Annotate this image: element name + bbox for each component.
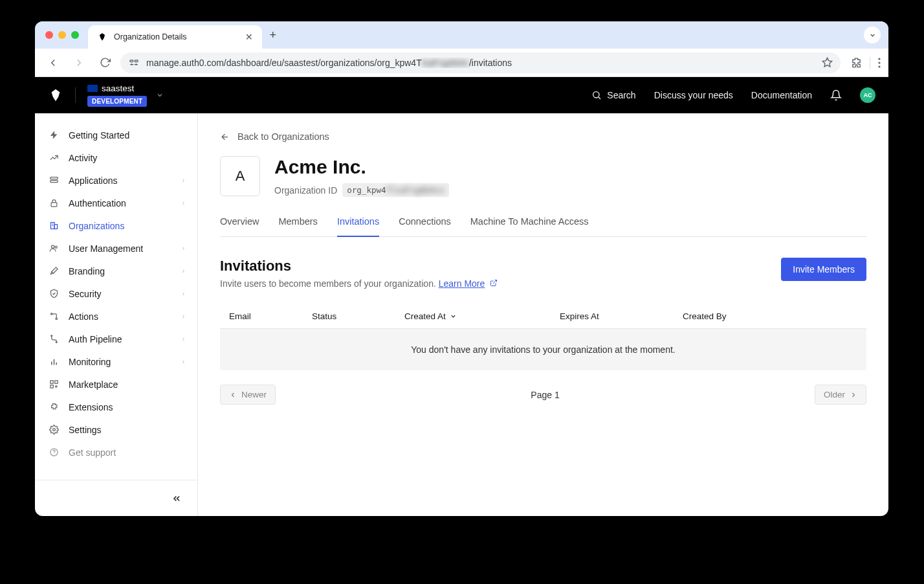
user-avatar[interactable]: AC	[860, 87, 875, 103]
activity-icon	[48, 152, 60, 164]
tab-search-button[interactable]	[864, 27, 881, 43]
sidebar-item-applications[interactable]: Applications ›	[35, 169, 197, 192]
chevron-right-icon: ›	[182, 358, 184, 365]
pipeline-icon	[48, 333, 60, 345]
sidebar-item-label: Activity	[69, 153, 97, 163]
users-icon	[48, 243, 60, 254]
newer-button[interactable]: Newer	[220, 385, 276, 405]
tenant-selector[interactable]: saastest DEVELOPMENT	[87, 84, 164, 107]
sidebar-item-settings[interactable]: Settings	[35, 418, 197, 441]
svg-rect-28	[50, 381, 52, 383]
tab-close-button[interactable]: ✕	[245, 32, 253, 42]
back-button[interactable]	[43, 52, 63, 73]
back-to-organizations-link[interactable]: Back to Organizations	[220, 131, 866, 142]
invite-members-button[interactable]: Invite Members	[781, 258, 866, 281]
sidebar-item-extensions[interactable]: Extensions	[35, 396, 197, 418]
discuss-link[interactable]: Discuss your needs	[654, 90, 733, 100]
chevron-down-icon	[156, 91, 164, 99]
sidebar-item-support[interactable]: Get support	[35, 441, 197, 464]
col-email: Email	[229, 311, 312, 321]
sidebar-item-organizations[interactable]: Organizations	[35, 214, 197, 237]
sidebar-item-auth-pipeline[interactable]: Auth Pipeline ›	[35, 328, 197, 350]
chevron-right-icon: ›	[182, 290, 184, 297]
browser-menu-icon[interactable]	[878, 58, 881, 68]
toolbar-divider	[870, 57, 870, 69]
window-maximize-button[interactable]	[71, 31, 79, 39]
gear-icon	[48, 424, 60, 436]
tab-title: Organization Details	[114, 32, 239, 41]
chevron-right-icon	[850, 391, 857, 399]
new-tab-button[interactable]: +	[270, 28, 277, 42]
page-indicator: Page 1	[531, 390, 559, 400]
table-header: Email Status Created At Expires At Creat…	[220, 304, 866, 329]
sidebar-item-branding[interactable]: Branding ›	[35, 260, 197, 282]
browser-toolbar: manage.auth0.com/dashboard/eu/saastest/o…	[35, 49, 888, 77]
svg-point-20	[55, 246, 57, 248]
chevron-right-icon: ›	[182, 267, 184, 275]
nav-divider	[75, 87, 76, 103]
sidebar-item-security[interactable]: Security ›	[35, 282, 197, 305]
forward-button[interactable]	[69, 52, 89, 73]
search-button[interactable]: Search	[591, 90, 635, 100]
tab-invitations[interactable]: Invitations	[337, 216, 379, 237]
col-created-at[interactable]: Created At	[404, 311, 560, 321]
tab-m2m-access[interactable]: Machine To Machine Access	[470, 216, 589, 236]
site-controls-icon[interactable]	[128, 57, 140, 69]
window-minimize-button[interactable]	[58, 31, 66, 39]
lock-icon	[48, 197, 60, 209]
back-label: Back to Organizations	[237, 131, 329, 142]
search-icon	[591, 90, 602, 100]
sidebar-item-authentication[interactable]: Authentication ›	[35, 192, 197, 214]
sidebar-item-user-management[interactable]: User Management ›	[35, 237, 197, 260]
older-button[interactable]: Older	[815, 385, 866, 405]
browser-tab[interactable]: Organization Details ✕	[88, 25, 262, 49]
org-id-value[interactable]: org_kpw4TlxaFvgAb4vx	[342, 183, 449, 197]
svg-rect-30	[50, 385, 52, 388]
chevron-down-icon	[450, 313, 457, 320]
main-content: Back to Organizations A Acme Inc. Organi…	[198, 113, 888, 516]
eu-flag-icon	[87, 85, 98, 92]
chart-icon	[48, 356, 60, 368]
sidebar-item-label: Extensions	[69, 402, 113, 412]
window-close-button[interactable]	[45, 31, 53, 39]
notifications-icon[interactable]	[830, 89, 842, 101]
tab-overview[interactable]: Overview	[220, 216, 259, 236]
collapse-sidebar-button[interactable]	[171, 493, 182, 504]
svg-point-10	[593, 92, 599, 98]
bolt-icon	[48, 129, 60, 141]
help-icon	[48, 447, 60, 458]
empty-state: You don't have any invitations to your o…	[220, 329, 866, 370]
learn-more-link[interactable]: Learn More	[439, 278, 485, 289]
sidebar-item-label: Settings	[69, 425, 102, 435]
svg-line-35	[493, 280, 497, 284]
chevron-right-icon: ›	[182, 177, 184, 184]
col-status: Status	[312, 311, 404, 321]
tab-members[interactable]: Members	[278, 216, 317, 236]
section-title: Invitations	[220, 258, 498, 275]
chevron-right-icon: ›	[182, 335, 184, 343]
chevron-left-icon	[229, 391, 237, 399]
shield-icon	[48, 288, 60, 300]
svg-rect-0	[130, 60, 133, 62]
svg-line-11	[599, 97, 600, 99]
tab-connections[interactable]: Connections	[399, 216, 451, 236]
url-text: manage.auth0.com/dashboard/eu/saastest/o…	[146, 58, 815, 68]
bookmark-icon[interactable]	[822, 57, 833, 68]
extensions-icon[interactable]	[851, 57, 862, 68]
sidebar-item-activity[interactable]: Activity	[35, 146, 197, 169]
svg-point-22	[56, 318, 58, 320]
address-bar[interactable]: manage.auth0.com/dashboard/eu/saastest/o…	[120, 52, 841, 73]
svg-rect-14	[51, 203, 57, 207]
sidebar-item-monitoring[interactable]: Monitoring ›	[35, 350, 197, 373]
documentation-link[interactable]: Documentation	[751, 90, 812, 100]
svg-rect-12	[50, 177, 57, 179]
reload-button[interactable]	[94, 52, 115, 73]
svg-point-19	[51, 245, 54, 248]
auth0-logo[interactable]	[48, 87, 63, 103]
sidebar-item-actions[interactable]: Actions ›	[35, 305, 197, 328]
sidebar: Getting Started Activity Applications › …	[35, 113, 198, 516]
sidebar-item-marketplace[interactable]: Marketplace	[35, 373, 197, 396]
env-badge: DEVELOPMENT	[87, 96, 147, 107]
sidebar-item-getting-started[interactable]: Getting Started	[35, 124, 197, 146]
sidebar-item-label: Branding	[69, 266, 105, 276]
